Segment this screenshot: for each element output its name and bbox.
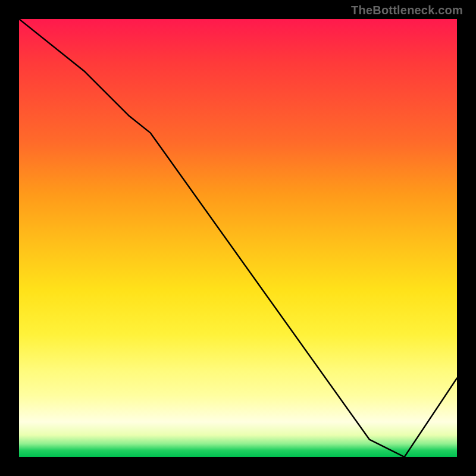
line-overlay <box>19 19 457 457</box>
watermark-text: TheBottleneck.com <box>351 4 463 17</box>
chart-container: TheBottleneck.com <box>0 0 476 476</box>
plot-area <box>18 18 458 458</box>
data-line <box>19 19 457 457</box>
